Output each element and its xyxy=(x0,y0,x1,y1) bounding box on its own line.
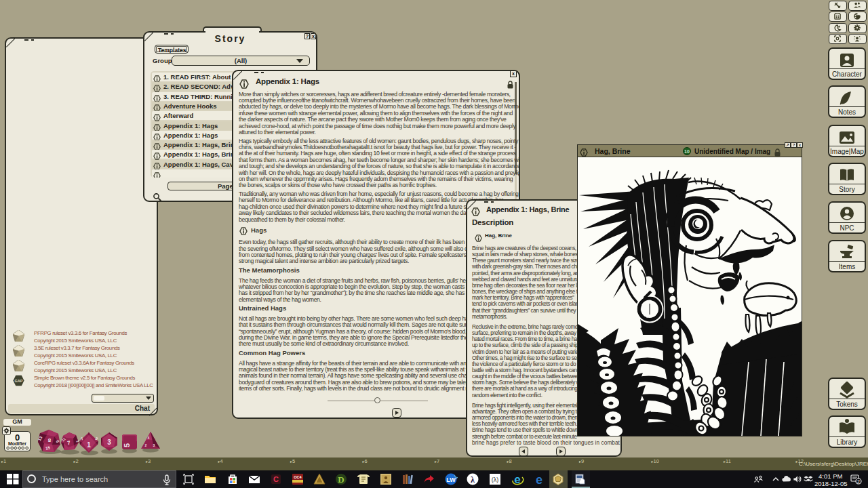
svg-text:3: 3 xyxy=(153,443,155,447)
svg-text:λ: λ xyxy=(471,475,475,485)
svg-text:4: 4 xyxy=(148,436,150,440)
svg-text:e: e xyxy=(536,473,542,487)
svg-text:C: C xyxy=(273,475,279,483)
svg-text:2: 2 xyxy=(857,479,860,484)
svg-text:8: 8 xyxy=(48,437,52,443)
svg-text:1: 1 xyxy=(87,441,91,449)
svg-text:3: 3 xyxy=(107,439,111,446)
svg-text:LW: LW xyxy=(446,476,456,483)
svg-text:5: 5 xyxy=(123,443,131,447)
svg-text:OC4: OC4 xyxy=(294,475,302,479)
svg-text:(λ): (λ) xyxy=(492,476,499,483)
svg-text:D: D xyxy=(338,474,344,485)
svg-text:GAP: GAP xyxy=(15,379,23,383)
svg-text:2: 2 xyxy=(145,443,147,447)
